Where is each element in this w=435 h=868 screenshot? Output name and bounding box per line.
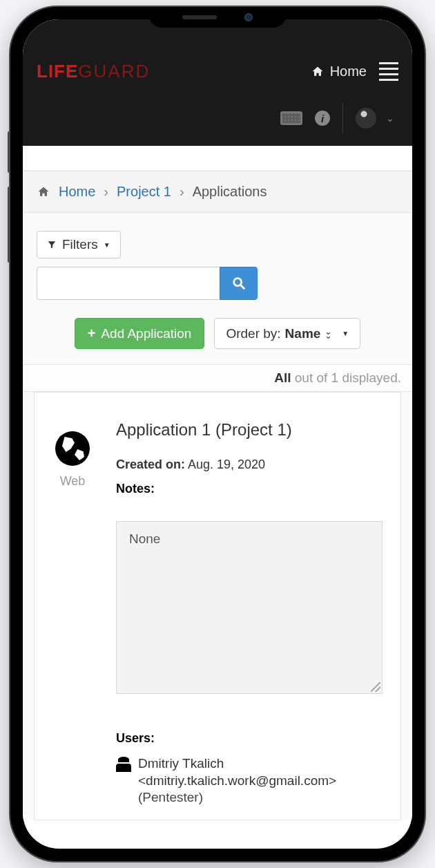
results-rest: out of 1 displayed. [291, 370, 402, 385]
user-secret-icon [116, 757, 131, 772]
application-card: Web Application 1 (Project 1) Created on… [34, 392, 401, 820]
filters-button[interactable]: Filters ▼ [37, 231, 121, 258]
speaker-slot [182, 15, 217, 19]
search-input[interactable] [37, 267, 220, 300]
screen: LIFEGUARD Home i ⌄ [23, 19, 412, 849]
add-application-button[interactable]: + Add Application [75, 318, 205, 349]
plus-icon: + [88, 326, 96, 341]
application-title[interactable]: Application 1 (Project 1) [116, 420, 383, 440]
app-logo[interactable]: LIFEGUARD [37, 61, 150, 82]
svg-point-0 [233, 279, 241, 286]
logo-part-1: LIFE [37, 61, 78, 82]
home-icon [311, 65, 325, 79]
order-field: Name [285, 326, 321, 341]
filter-icon [47, 240, 57, 249]
home-icon [37, 185, 50, 199]
breadcrumb-home[interactable]: Home [59, 184, 95, 200]
breadcrumb-sep: › [180, 184, 184, 200]
user-name: Dmitriy Tkalich [138, 756, 224, 771]
header-spacer [23, 146, 412, 171]
top-nav: LIFEGUARD Home i ⌄ [23, 19, 412, 146]
order-prefix: Order by: [226, 326, 280, 341]
phone-frame: LIFEGUARD Home i ⌄ [10, 7, 425, 861]
created-on-value: Aug. 19, 2020 [188, 457, 265, 471]
front-camera [244, 13, 253, 21]
caret-down-icon: ▼ [342, 330, 349, 337]
breadcrumb-project[interactable]: Project 1 [117, 184, 171, 200]
order-by-button[interactable]: Order by: Name ⌄⌄ ▼ [214, 318, 360, 349]
divider [342, 103, 343, 133]
search-button[interactable] [220, 267, 258, 300]
nav-home-label: Home [330, 64, 367, 79]
info-icon[interactable]: i [315, 111, 330, 126]
globe-icon [55, 431, 90, 466]
user-email: <dmitriy.tkalich.work@gmail.com> [138, 773, 336, 788]
notes-value: None [129, 531, 160, 546]
created-on-label: Created on: [116, 457, 185, 471]
avatar-icon [356, 108, 376, 129]
chevron-down-icon: ⌄ [386, 113, 394, 124]
logo-part-2: GUARD [78, 61, 150, 82]
page-content: Home › Project 1 › Applications Filters … [23, 146, 412, 820]
toolbar: Filters ▼ + Add Application Order by: [23, 213, 412, 364]
phone-notch [148, 7, 287, 28]
user-menu[interactable]: ⌄ [356, 108, 394, 129]
breadcrumb-sep: › [104, 184, 108, 200]
notes-label: Notes: [116, 482, 383, 496]
notes-textarea[interactable]: None [116, 521, 383, 694]
results-strong: All [274, 370, 291, 385]
user-role: (Pentester) [138, 790, 203, 804]
results-summary: All out of 1 displayed. [23, 364, 412, 392]
add-label: Add Application [101, 326, 191, 341]
svg-line-1 [240, 285, 244, 290]
caret-down-icon: ▼ [104, 241, 110, 249]
app-type-label: Web [48, 474, 97, 489]
keyboard-icon[interactable] [280, 111, 302, 125]
breadcrumb: Home › Project 1 › Applications [23, 171, 412, 213]
breadcrumb-current: Applications [193, 184, 267, 200]
nav-home-link[interactable]: Home [311, 64, 367, 79]
sort-icon: ⌄⌄ [325, 330, 332, 337]
menu-button[interactable] [379, 62, 398, 81]
user-entry: Dmitriy Tkalich <dmitriy.tkalich.work@gm… [116, 755, 383, 806]
search-icon [231, 276, 246, 291]
filters-label: Filters [62, 237, 98, 252]
users-label: Users: [116, 731, 383, 746]
